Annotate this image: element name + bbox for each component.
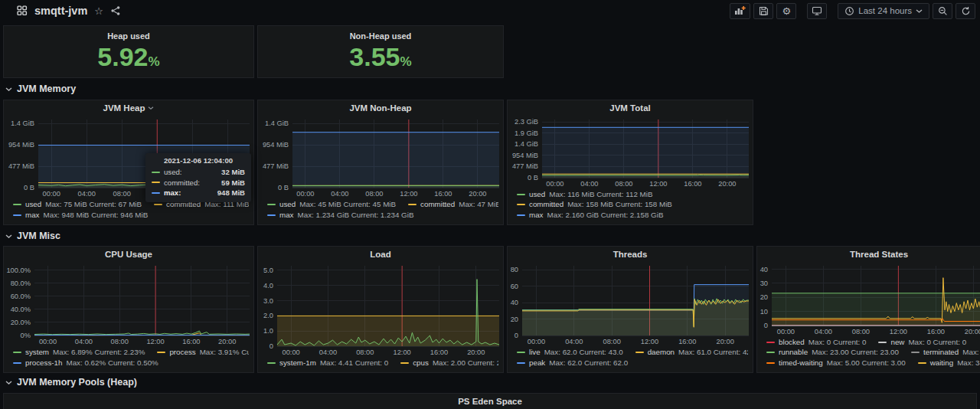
legend-item-peak[interactable]: peakMax: 62.0 Current: 62.0: [517, 358, 628, 367]
section-label: JVM Memory Pools (Heap): [17, 377, 137, 388]
x-axis-tick-label: 00:00: [777, 328, 795, 335]
legend-item-blocked[interactable]: blockedMax: 0 Current: 0: [766, 338, 866, 346]
dashboard-title[interactable]: smqtt-jvm: [34, 5, 87, 17]
panel-title[interactable]: PS Eden Space: [4, 394, 976, 408]
save-dashboard-button[interactable]: [753, 3, 773, 19]
panel-title[interactable]: JVM Non-Heap: [258, 100, 503, 115]
chart-panel-jvm-total: JVM Total 2.3 GiB1.9 GiB1.4 GiB954 MiB47…: [507, 100, 753, 225]
apps-grid-icon[interactable]: [17, 5, 28, 16]
y-axis-tick-label: 0: [270, 342, 273, 350]
legend-item-process[interactable]: processMax: 3.91% Current: 0.47%: [157, 348, 249, 356]
legend-item-live[interactable]: liveMax: 62.0 Current: 43.0: [517, 348, 623, 356]
chart-panel-ps-eden-space: PS Eden Space: [3, 393, 977, 409]
x-axis-tick-label: 04:00: [319, 348, 337, 356]
share-icon[interactable]: [110, 5, 121, 16]
x-axis-tick-label: 12:00: [890, 328, 907, 335]
legend-item-runnable[interactable]: runnableMax: 23.00 Current: 23.00: [766, 348, 899, 356]
stat-value: 5.92%: [97, 42, 159, 77]
stat-panel-heap-used: Heap used 5.92%: [3, 25, 254, 78]
panel-title[interactable]: Threads: [508, 247, 753, 261]
legend-item-used[interactable]: usedMax: 116 MiB Current: 112 MiB: [517, 190, 652, 198]
legend-item-daemon[interactable]: daemonMax: 61.0 Current: 42.0: [635, 348, 748, 356]
y-axis-tick-label: 477 MiB: [8, 162, 34, 170]
section-label: JVM Memory: [17, 83, 76, 94]
legend-series-stats: Max: 3.91% Current: 0.47%: [200, 348, 249, 356]
time-series-chart[interactable]: 80604020000:0004:0008:0012:0016:0020:00: [508, 261, 753, 346]
legend-item-waiting[interactable]: waitingMax: 34.00 Current: 17.00: [918, 358, 980, 367]
legend-item-used[interactable]: usedMax: 45 MiB Current: 45 MiB: [267, 200, 396, 208]
panel-title[interactable]: CPU Usage: [4, 247, 253, 261]
legend-color-dash: [267, 214, 276, 216]
x-axis-tick-label: 04:00: [331, 190, 348, 198]
legend-color-dash: [766, 352, 775, 353]
zoom-out-icon: [938, 6, 948, 16]
legend-item-max[interactable]: maxMax: 1.234 GiB Current: 1.234 GiB: [267, 211, 413, 219]
y-axis-tick-label: 20.0%: [11, 319, 31, 326]
refresh-icon: [961, 6, 971, 16]
legend-item-committed[interactable]: committedMax: 158 MiB Current: 158 MiB: [517, 200, 672, 208]
panel-title[interactable]: JVM Total: [508, 100, 753, 115]
stat-value: 3.55%: [349, 42, 411, 77]
legend-color-dash: [400, 362, 409, 364]
time-series-chart[interactable]: 1.4 GiB954 MiB477 MiB0 B00:0004:0008:001…: [4, 115, 253, 198]
panel-menu-caret-icon[interactable]: [148, 106, 154, 110]
legend-item-new[interactable]: newMax: 0 Current: 0: [878, 338, 966, 346]
panel-title[interactable]: Load: [258, 247, 503, 261]
dashboard-settings-button[interactable]: ⚙: [776, 3, 796, 19]
time-series-chart[interactable]: 40302010000:0004:0008:0012:0016:0020:00: [757, 261, 980, 336]
legend-item-committed[interactable]: committedMax: 47 MiB Current: 47 MiB: [408, 200, 498, 208]
y-axis-tick-label: 477 MiB: [512, 162, 538, 170]
legend-series-name: cpus: [413, 358, 429, 367]
legend-item-system-1m[interactable]: system-1mMax: 4.41 Current: 0: [267, 358, 388, 367]
y-axis-tick-label: 954 MiB: [8, 141, 34, 149]
time-series-chart[interactable]: 5.04.03.02.01.0000:0004:0008:0012:0016:0…: [258, 261, 503, 357]
legend-series-name: used: [279, 200, 296, 208]
cycle-view-button[interactable]: [807, 3, 827, 19]
refresh-button[interactable]: [956, 3, 975, 19]
section-header-jvm-misc[interactable]: JVM Misc: [5, 229, 60, 243]
section-header-jvm-memory-pools-heap[interactable]: JVM Memory Pools (Heap): [5, 375, 137, 389]
y-axis-tick-label: 5.0: [263, 267, 273, 274]
save-icon: [759, 6, 769, 16]
chart-tooltip: 2021-12-06 12:04:00used:32 MiBcommitted:…: [145, 153, 251, 202]
x-axis-tick-label: 08:00: [603, 338, 621, 345]
zoom-out-time-button[interactable]: [933, 3, 952, 19]
legend-item-used[interactable]: usedMax: 75 MiB Current: 67 MiB: [13, 200, 142, 208]
legend-color-dash: [157, 352, 165, 353]
y-axis-tick-label: 4.0: [263, 282, 273, 290]
x-axis-tick-label: 08:00: [365, 190, 383, 198]
x-axis-tick-label: 08:00: [111, 338, 129, 345]
panel-title[interactable]: JVM Heap: [4, 100, 253, 115]
time-series-chart[interactable]: 2.3 GiB1.9 GiB1.4 GiB954 MiB477 MiB0 B00…: [508, 115, 753, 188]
x-axis-tick-label: 12:00: [400, 190, 417, 198]
x-axis-tick-label: 04:00: [565, 338, 583, 345]
panel-title[interactable]: Non-Heap used: [350, 31, 412, 41]
legend-series-name: peak: [529, 358, 545, 367]
legend-item-timed-waiting[interactable]: timed-waitingMax: 5.00 Current: 3.00: [766, 358, 906, 367]
legend-series-stats: Max: 62.0 Current: 62.0: [549, 358, 628, 367]
legend-series-stats: Max: 23.00 Current: 23.00: [812, 348, 899, 356]
time-range-picker[interactable]: Last 24 hours: [838, 3, 929, 19]
legend-item-terminated[interactable]: terminatedMax: 0 Current: 0: [911, 348, 980, 356]
y-axis-tick-label: 1.4 GiB: [514, 140, 538, 148]
y-axis-tick-label: 20: [511, 316, 518, 323]
legend-item-max[interactable]: maxMax: 2.160 GiB Current: 2.158 GiB: [517, 211, 663, 219]
add-panel-icon: [734, 5, 746, 16]
y-axis-tick-label: 477 MiB: [263, 162, 289, 170]
legend-item-process-1h[interactable]: process-1hMax: 0.62% Current: 0.50%: [13, 358, 158, 367]
legend-series-stats: Max: 0 Current: 0: [908, 338, 966, 346]
add-panel-button[interactable]: [730, 3, 750, 19]
star-icon[interactable]: ☆: [94, 6, 103, 16]
panel-title[interactable]: Thread States: [757, 247, 980, 261]
x-axis-tick-label: 08:00: [113, 190, 131, 198]
legend-item-cpus[interactable]: cpusMax: 2.00 Current: 2.00: [400, 358, 498, 367]
legend-item-system[interactable]: systemMax: 6.89% Current: 2.23%: [13, 348, 145, 356]
legend-series-name: committed: [529, 200, 564, 208]
x-axis-tick-label: 16:00: [927, 328, 945, 335]
section-header-jvm-memory[interactable]: JVM Memory: [5, 82, 76, 96]
time-series-chart[interactable]: 1.4 GiB954 MiB477 MiB0 B00:0004:0008:001…: [258, 115, 503, 198]
time-series-chart[interactable]: 100.0%80.0%60.0%40.0%20.0%0%00:0004:0008…: [4, 261, 253, 346]
legend-item-max[interactable]: maxMax: 948 MiB Current: 946 MiB: [13, 211, 148, 219]
y-axis-tick-label: 2.0: [263, 312, 273, 319]
panel-title[interactable]: Heap used: [107, 31, 150, 41]
